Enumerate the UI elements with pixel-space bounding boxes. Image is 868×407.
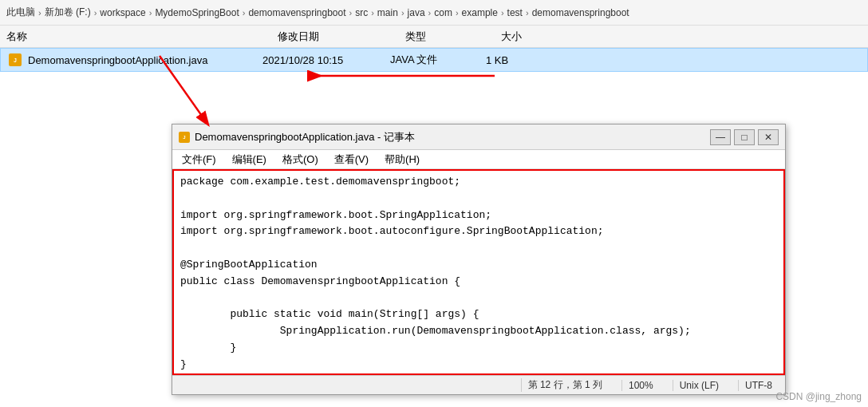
titlebar-controls: — □ ✕	[710, 129, 779, 145]
titlebar-icon: J	[179, 132, 190, 143]
notepad-statusbar: 第 12 行，第 1 列 100% Unix (LF) UTF-8	[172, 375, 785, 394]
col-header-date[interactable]: 修改日期	[278, 30, 405, 44]
breadcrumb-part: src	[355, 7, 368, 18]
close-button[interactable]: ✕	[758, 129, 779, 145]
status-encoding: UTF-8	[738, 380, 779, 391]
breadcrumb-sep: ›	[349, 8, 353, 18]
breadcrumb: 此电脑 › 新加卷 (F:) › workspace › MydemoSprin…	[0, 0, 868, 26]
breadcrumb-sep: ›	[371, 8, 374, 18]
menu-file[interactable]: 文件(F)	[176, 151, 223, 168]
breadcrumb-sep: ›	[94, 8, 97, 18]
breadcrumb-part: java	[408, 7, 425, 18]
notepad-title: DemomavenspringbootApplication.java - 记事…	[195, 130, 415, 144]
status-zoom: 100%	[621, 380, 660, 391]
breadcrumb-sep: ›	[526, 8, 529, 18]
maximize-button[interactable]: □	[734, 129, 755, 145]
breadcrumb-part: demomavenspringboot	[532, 7, 629, 18]
breadcrumb-sep: ›	[428, 8, 432, 18]
file-size: 1 KB	[486, 54, 550, 66]
breadcrumb-sep: ›	[501, 8, 504, 18]
breadcrumb-part: example	[462, 7, 498, 18]
notepad-titlebar: J DemomavenspringbootApplication.java - …	[172, 124, 785, 150]
breadcrumb-part: 此电脑	[6, 6, 35, 19]
breadcrumb-part: main	[377, 7, 398, 18]
breadcrumb-part: MydemoSpringBoot	[155, 7, 239, 18]
breadcrumb-sep: ›	[38, 8, 41, 18]
breadcrumb-sep: ›	[243, 8, 246, 18]
breadcrumb-sep: ›	[149, 8, 152, 18]
watermark: CSDN @jing_zhong	[775, 391, 862, 402]
menu-view[interactable]: 查看(V)	[328, 151, 375, 168]
notepad-menubar: 文件(F) 编辑(E) 格式(O) 查看(V) 帮助(H)	[172, 150, 785, 169]
file-name-cell: J DemomavenspringbootApplication.java	[7, 52, 262, 68]
file-icon: J	[7, 52, 23, 68]
status-lineending: Unix (LF)	[673, 380, 725, 391]
status-position: 第 12 行，第 1 列	[521, 378, 609, 392]
col-header-type[interactable]: 类型	[405, 30, 501, 44]
col-header-size[interactable]: 大小	[501, 30, 565, 44]
breadcrumb-sep: ›	[401, 8, 404, 18]
breadcrumb-part: test	[507, 7, 523, 18]
java-file-icon: J	[9, 53, 22, 66]
notepad-window: J DemomavenspringbootApplication.java - …	[172, 124, 786, 395]
minimize-button[interactable]: —	[710, 129, 731, 145]
menu-format[interactable]: 格式(O)	[276, 151, 325, 168]
file-explorer: 此电脑 › 新加卷 (F:) › workspace › MydemoSprin…	[0, 0, 868, 407]
file-name: DemomavenspringbootApplication.java	[28, 54, 207, 66]
breadcrumb-part: workspace	[100, 7, 145, 18]
col-header-name[interactable]: 名称	[6, 30, 278, 44]
titlebar-left: J DemomavenspringbootApplication.java - …	[179, 130, 415, 144]
file-row[interactable]: J DemomavenspringbootApplication.java 20…	[0, 48, 868, 72]
notepad-content[interactable]: package com.example.test.demomavenspring…	[172, 169, 785, 375]
menu-help[interactable]: 帮助(H)	[378, 151, 426, 168]
file-date: 2021/10/28 10:15	[262, 54, 390, 66]
column-headers: 名称 修改日期 类型 大小	[0, 26, 868, 48]
breadcrumb-part: com	[434, 7, 452, 18]
file-type: JAVA 文件	[390, 53, 486, 67]
menu-edit[interactable]: 编辑(E)	[226, 151, 273, 168]
breadcrumb-part: demomavenspringboot	[248, 7, 345, 18]
breadcrumb-sep: ›	[456, 8, 459, 18]
breadcrumb-part: 新加卷 (F:)	[45, 6, 91, 19]
